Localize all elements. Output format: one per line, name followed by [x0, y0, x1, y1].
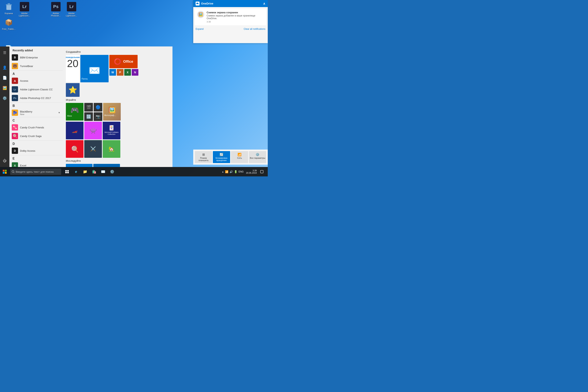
- powerpoint-tile[interactable]: P: [117, 69, 124, 76]
- adobe-photoshop-label: Adobe Photoshop CC 2017: [20, 97, 51, 100]
- svg-rect-15: [67, 172, 69, 173]
- app-item-candy-friends[interactable]: 🍬 Candy Crush Friends: [10, 123, 63, 132]
- task-view-button[interactable]: [63, 167, 71, 176]
- app-item-access[interactable]: A Access: [10, 76, 63, 85]
- calendar-tile[interactable]: понедельник 20: [66, 55, 80, 82]
- tablet-mode-label: Режим планшета: [196, 157, 211, 162]
- photos-tile[interactable]: 🖼️ Фотограф...: [103, 103, 121, 120]
- ms-solitaire-tile[interactable]: 🃏 Microsoft Solitaire Collection: [103, 122, 120, 139]
- network-icon[interactable]: 📶: [225, 170, 228, 173]
- ms-edge-tile[interactable]: e Microsoft Edge: [93, 164, 120, 167]
- svg-rect-7: [5, 170, 7, 172]
- excel-icon: X: [12, 162, 18, 167]
- svg-rect-6: [3, 170, 4, 172]
- svg-rect-14: [65, 172, 67, 173]
- svg-line-11: [14, 172, 14, 173]
- desktop-icon-lightroom1[interactable]: Lr Adobe Lightroom...: [18, 2, 31, 17]
- file-explorer-button[interactable]: 📁: [81, 167, 90, 176]
- keyboard-lang[interactable]: ENG: [238, 170, 244, 173]
- excel-label: Excel: [20, 164, 26, 167]
- section-b: B: [10, 102, 63, 108]
- search-input[interactable]: [16, 170, 59, 173]
- app-item-adobe-photoshop[interactable]: Ps Adobe Photoshop CC 2017: [10, 94, 63, 102]
- hamburger-menu-icon[interactable]: ☰: [0, 48, 10, 58]
- access-icon: A: [12, 78, 18, 84]
- app-item-excel[interactable]: X Excel: [10, 161, 63, 167]
- solitaire-icon: 🃏: [108, 125, 114, 130]
- rotation-lock-label: Блокировка вращения: [214, 157, 229, 162]
- rotation-lock-btn[interactable]: 🔄 Блокировка вращения: [213, 151, 230, 163]
- app-item-dolby[interactable]: D Dolby Access: [10, 146, 63, 155]
- word-tile[interactable]: W: [109, 69, 116, 76]
- lightroom1-icon: Lr: [20, 2, 29, 11]
- tablet-mode-btn[interactable]: ⊞ Режим планшета: [195, 151, 212, 163]
- action-buttons-grid: ⊞ Режим планшета 🔄 Блокировка вращения 📶…: [195, 151, 266, 163]
- notification-body: Снимок экрана сохранен Снимок экрана доб…: [206, 11, 264, 23]
- action-center-button[interactable]: [258, 167, 266, 176]
- app-item-candy-saga[interactable]: 🍭 Candy Crush Saga: [10, 132, 63, 140]
- start-left-sidebar: ☰ 👤 📄 🖼️ ⚙️ ⏻: [0, 46, 10, 167]
- notification-card-desc: Снимок экрана добавлен в ваше хранилище …: [206, 14, 264, 20]
- excel-tile[interactable]: X: [124, 69, 131, 76]
- svg-rect-9: [5, 172, 7, 174]
- xbox-tile[interactable]: 🎮 Xbox: [66, 103, 84, 120]
- onenote-tile[interactable]: N: [132, 69, 138, 76]
- volume-icon[interactable]: 🔊: [230, 170, 233, 173]
- photoshop-label: Adobe Photosh...: [49, 12, 63, 17]
- notification-footer: Expand Clear all notifications: [193, 27, 268, 31]
- candy-saga-tile[interactable]: 🍭: [66, 140, 84, 158]
- mixed-reality-tile[interactable]: 🔵: [94, 103, 102, 112]
- taskbar-clock[interactable]: 3:39 20.05.2019: [246, 169, 257, 174]
- store-button[interactable]: 🛍️: [90, 167, 98, 176]
- all-settings-btn[interactable]: ⚙️ Все параметры: [249, 151, 266, 163]
- bbm-icon: B: [12, 54, 18, 60]
- asphalt-tile[interactable]: 🏎️: [66, 122, 84, 139]
- edge-button[interactable]: e: [72, 167, 80, 176]
- app-item-blackberry[interactable]: 🫐 BlackBerry New ▼: [10, 108, 63, 117]
- chevron-up-icon[interactable]: ▲: [222, 171, 224, 173]
- mail-tile[interactable]: ✉️ Почта: [80, 55, 108, 82]
- svg-rect-8: [3, 172, 4, 174]
- user-account-icon[interactable]: 👤: [0, 63, 10, 72]
- desktop-icon-photoshop[interactable]: Ps Adobe Photosh...: [49, 2, 63, 17]
- calculator-tile[interactable]: 🔢: [84, 112, 93, 121]
- desktop-icon-free-traktor[interactable]: 📦 Free_Trakto...: [2, 18, 16, 30]
- tunnelbear-label: TunnelBear: [20, 65, 33, 68]
- documents-icon[interactable]: 📄: [0, 73, 10, 82]
- taskbar-search-box[interactable]: [10, 168, 61, 175]
- favorites-tile[interactable]: ⭐: [66, 83, 80, 97]
- network-btn[interactable]: 📶 Сеть: [231, 151, 248, 163]
- blackberry-expand-icon[interactable]: ▼: [58, 111, 60, 114]
- svg-rect-13: [67, 170, 69, 172]
- app-item-bbm[interactable]: B BBM Enterprise: [10, 53, 63, 62]
- media-row1: 🎬 🔵: [84, 103, 102, 112]
- candy-friends-tile[interactable]: 👾: [84, 122, 102, 139]
- notification-card-time: 3:38: [206, 20, 264, 23]
- all-settings-icon: ⚙️: [250, 153, 266, 156]
- notification-close-icon[interactable]: ∧: [263, 2, 266, 6]
- mail-button[interactable]: ✉️: [99, 167, 108, 176]
- camera-tile[interactable]: 📷: [94, 112, 102, 121]
- desktop-icon-lightroom2[interactable]: Lr Adobe Lightroom...: [65, 2, 78, 17]
- expand-button[interactable]: Expand: [196, 28, 204, 30]
- office-icon: ⭕: [114, 58, 122, 65]
- power-icon[interactable]: ⏻: [0, 156, 10, 166]
- candy-saga-tile-icon: 🍭: [71, 146, 78, 152]
- ms-store-tile[interactable]: 🛍️ Microsoft Store: [66, 164, 92, 167]
- app-item-adobe-lightroom[interactable]: Lr Adobe Lightroom Classic CC: [10, 85, 63, 94]
- homescapes-tile[interactable]: 🏡: [103, 140, 120, 158]
- all-settings-label: Все параметры: [250, 157, 266, 159]
- recently-added-title: Recently added: [10, 46, 63, 53]
- office-group: ⭕ Office W P X N: [109, 55, 138, 82]
- clear-all-button[interactable]: Clear all notifications: [244, 28, 266, 30]
- pictures-icon[interactable]: 🖼️: [0, 83, 10, 93]
- office-tile[interactable]: ⭕ Office: [109, 55, 138, 68]
- start-button[interactable]: [0, 167, 10, 176]
- settings-icon[interactable]: ⚙️: [0, 94, 10, 103]
- settings-button[interactable]: ⚙️: [108, 167, 116, 176]
- battlefield-tile[interactable]: ⚔️: [84, 140, 102, 158]
- video-tile[interactable]: 🎬: [84, 103, 93, 112]
- desktop-icon-recycle-bin[interactable]: Корзина: [2, 2, 16, 17]
- blackberry-icon: 🫐: [12, 110, 18, 116]
- app-item-tunnelbear[interactable]: 🐻 TunnelBear: [10, 62, 63, 70]
